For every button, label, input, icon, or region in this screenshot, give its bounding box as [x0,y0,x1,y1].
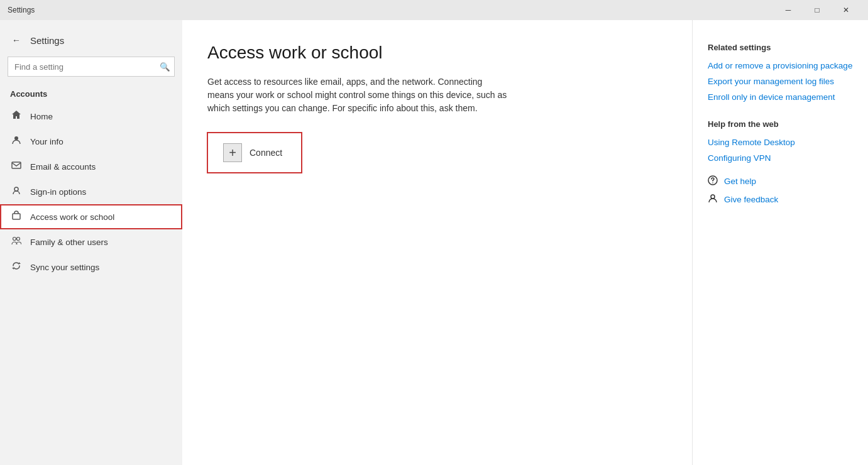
action-link-label-get-help: Get help [724,177,756,186]
help-link-vpn[interactable]: Configuring VPN [708,153,853,163]
sidebar-header: ← Settings [0,26,182,57]
page-description: Get access to resources like email, apps… [207,75,509,115]
svg-point-2 [14,187,18,191]
related-link-export-logs[interactable]: Export your management log files [708,77,853,86]
page-title: Access work or school [207,43,667,63]
nav-items-list: HomeYour infoEmail & accountsSign-in opt… [0,104,182,280]
sidebar-item-label-sync-settings: Sync your settings [30,263,99,272]
main-content: Access work or school Get access to reso… [182,20,692,465]
svg-point-5 [17,238,20,241]
back-button[interactable]: ← [8,31,25,49]
app-body: ← Settings 🔍 Accounts HomeYour infoEmail… [0,20,868,465]
titlebar: Settings ─ □ ✕ [0,0,868,20]
give-feedback-icon [708,194,718,205]
get-help-icon [708,175,718,187]
search-input[interactable] [8,57,175,77]
sidebar-item-your-info[interactable]: Your info [0,129,182,154]
family-users-icon [10,236,23,248]
email-accounts-icon [10,160,23,173]
access-work-icon [10,211,23,223]
close-button[interactable]: ✕ [832,0,860,20]
sidebar-item-access-work[interactable]: Access work or school [0,204,182,229]
sidebar: ← Settings 🔍 Accounts HomeYour infoEmail… [0,20,182,465]
help-title: Help from the web [708,119,853,129]
svg-point-4 [13,238,16,241]
svg-point-7 [712,182,713,183]
help-link-remote-desktop[interactable]: Using Remote Desktop [708,138,853,147]
sidebar-item-label-email-accounts: Email & accounts [30,162,96,172]
svg-rect-1 [12,162,21,168]
action-link-get-help[interactable]: Get help [708,175,853,187]
action-link-label-give-feedback: Give feedback [724,195,778,204]
related-links-list: Add or remove a provisioning packageExpo… [708,61,853,102]
maximize-button[interactable]: □ [803,0,832,20]
search-icon-button[interactable]: 🔍 [155,57,175,77]
svg-point-0 [14,136,18,140]
sidebar-item-home[interactable]: Home [0,104,182,129]
sidebar-app-title: Settings [30,35,64,46]
sidebar-item-label-home: Home [30,112,53,121]
connect-label: Connect [250,148,282,158]
related-link-provisioning[interactable]: Add or remove a provisioning package [708,61,853,70]
action-links-list: Get helpGive feedback [708,175,853,205]
sidebar-item-label-family-users: Family & other users [30,238,108,247]
accounts-section-label: Accounts [0,87,182,104]
sidebar-item-sync-settings[interactable]: Sync your settings [0,254,182,280]
sidebar-item-email-accounts[interactable]: Email & accounts [0,154,182,179]
svg-point-8 [711,195,715,199]
connect-button[interactable]: + Connect [207,133,302,173]
related-link-enroll-device[interactable]: Enroll only in device management [708,92,853,102]
sign-in-icon [10,185,23,198]
titlebar-left: Settings [8,6,35,14]
help-links-list: Using Remote DesktopConfiguring VPN [708,138,853,163]
titlebar-title: Settings [8,6,35,14]
related-settings-title: Related settings [708,43,853,52]
sidebar-item-family-users[interactable]: Family & other users [0,229,182,254]
sidebar-item-label-your-info: Your info [30,137,63,146]
sidebar-item-sign-in[interactable]: Sign-in options [0,179,182,204]
titlebar-controls: ─ □ ✕ [774,0,860,20]
your-info-icon [10,135,23,148]
search-icon: 🔍 [160,62,170,72]
sidebar-item-label-access-work: Access work or school [30,212,114,222]
sync-settings-icon [10,261,23,273]
home-icon [10,110,23,123]
minimize-button[interactable]: ─ [774,0,803,20]
sidebar-item-label-sign-in: Sign-in options [30,187,86,197]
connect-plus-icon: + [223,143,242,162]
action-link-give-feedback[interactable]: Give feedback [708,194,853,205]
svg-rect-3 [13,214,20,219]
right-panel: Related settings Add or remove a provisi… [692,20,868,465]
search-box: 🔍 [8,57,175,77]
